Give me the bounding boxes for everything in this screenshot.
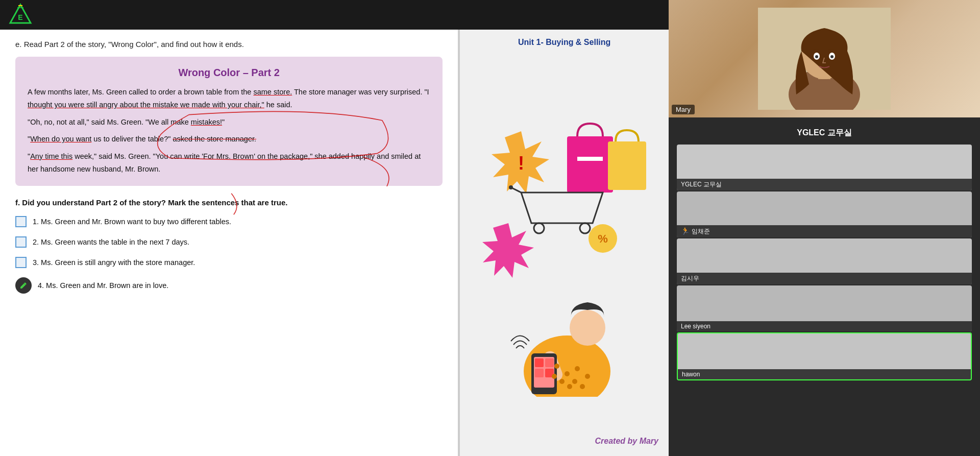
checkbox-item-2: 2. Ms. Green wants the table in the next… <box>15 236 443 248</box>
participant-video-hawon: hawon <box>678 333 971 379</box>
svg-point-33 <box>580 384 585 389</box>
underline-mistakes: mistakes! <box>191 118 222 126</box>
participant-name-lim: 🏃임채준 <box>677 225 972 237</box>
story-paragraph-3: "When do you want us to deliver the tabl… <box>28 133 430 146</box>
story-paragraph-4: "Any time this week," said Ms. Green. "Y… <box>28 150 430 176</box>
svg-point-25 <box>554 364 559 369</box>
checkbox-label-2: 2. Ms. Green wants the table in the next… <box>33 238 189 246</box>
header-bar: E <box>0 0 669 30</box>
svg-point-17 <box>570 310 605 346</box>
story-paragraph-2: "Oh, no, not at all," said Ms. Green. "W… <box>28 116 430 129</box>
svg-point-26 <box>565 371 570 376</box>
main-area: E e. Read Part 2 of the story, "Wrong Co… <box>0 0 669 456</box>
participant-name-kim: 김시우 <box>677 273 972 284</box>
svg-point-32 <box>567 384 572 389</box>
illustration-svg: ! <box>470 101 659 397</box>
checkbox-item-1: 1. Ms. Green and Mr. Brown want to buy t… <box>15 216 443 227</box>
participant-item-hawon: hawon <box>677 332 972 380</box>
svg-point-41 <box>830 55 834 58</box>
svg-point-40 <box>815 55 818 58</box>
underline-same-store: same store. <box>253 88 292 96</box>
svg-point-13 <box>580 223 590 233</box>
svg-point-29 <box>572 379 577 384</box>
pencil-icon[interactable] <box>15 277 32 294</box>
participant-list: YGLEC 교무실 🏃임채준 김시우 Lee si <box>677 145 972 450</box>
underline-thought: thought you were still angry about the m… <box>28 101 264 109</box>
svg-text:!: ! <box>518 153 524 174</box>
svg-marker-10 <box>482 223 534 278</box>
underline-any-time: Any time this <box>30 152 72 160</box>
svg-point-28 <box>559 379 565 384</box>
instruction-f: f. Did you understand Part 2 of the stor… <box>15 198 443 207</box>
mary-silhouette <box>758 8 891 110</box>
underline-when: When do you want <box>30 135 91 143</box>
participant-video-lee: Lee siyeon <box>677 285 972 331</box>
unit-title: Unit 1- Buying & Selling <box>460 30 669 51</box>
mary-name-label: Mary <box>672 105 695 114</box>
checkbox-item-3: 3. Ms. Green is still angry with the sto… <box>15 257 443 268</box>
created-by-text: Created by Mary <box>595 437 659 446</box>
content-area: e. Read Part 2 of the story, "Wrong Colo… <box>0 30 669 456</box>
left-panel: e. Read Part 2 of the story, "Wrong Colo… <box>0 30 458 456</box>
participant-name-hawon: hawon <box>678 369 971 379</box>
logo-area: E <box>8 3 33 27</box>
checkbox-2[interactable] <box>15 236 27 248</box>
mary-video-tile: Mary <box>669 0 980 117</box>
participant-video-yglec: YGLEC 교무실 <box>677 145 972 190</box>
participant-video-kim: 김시우 <box>677 238 972 284</box>
checkbox-list: 1. Ms. Green and Mr. Brown want to buy t… <box>15 216 443 294</box>
checkbox-label-3: 3. Ms. Green is still angry with the sto… <box>33 258 195 267</box>
illustration-area: ! <box>460 51 669 456</box>
checkbox-1[interactable] <box>15 216 27 227</box>
participant-name-lee: Lee siyeon <box>677 321 972 331</box>
checkbox-label-4: 4. Ms. Green and Mr. Brown are in love. <box>38 281 168 290</box>
participant-item-yglec: YGLEC 교무실 <box>677 145 972 190</box>
svg-rect-9 <box>608 141 646 190</box>
svg-rect-22 <box>545 358 554 367</box>
story-title: Wrong Color – Part 2 <box>28 67 430 79</box>
participant-name-yglec: YGLEC 교무실 <box>677 179 972 190</box>
instruction-e: e. Read Part 2 of the story, "Wrong Colo… <box>15 40 443 49</box>
yglec-title: YGLEC 교무실 <box>677 124 972 145</box>
right-panel: Unit 1- Buying & Selling ! <box>460 30 669 456</box>
strikethrough-asked: asked the store manager. <box>173 135 256 143</box>
svg-point-31 <box>552 374 557 379</box>
story-box: Wrong Color – Part 2 A few months later,… <box>15 57 443 186</box>
checkbox-label-1: 1. Ms. Green and Mr. Brown want to buy t… <box>33 218 231 226</box>
mary-video-content <box>669 0 980 117</box>
svg-rect-7 <box>567 136 613 193</box>
svg-text:E: E <box>18 13 22 21</box>
logo-icon: E <box>8 3 33 27</box>
yglec-section: YGLEC 교무실 YGLEC 교무실 🏃임채준 김시우 <box>669 117 980 456</box>
participant-item-lee: Lee siyeon <box>677 285 972 331</box>
story-paragraph-1: A few months later, Ms. Green called to … <box>28 86 430 112</box>
svg-point-12 <box>534 223 544 233</box>
checkbox-3[interactable] <box>15 257 27 268</box>
svg-text:%: % <box>598 232 608 245</box>
svg-point-11 <box>509 185 513 189</box>
story-text: A few months later, Ms. Green called to … <box>28 86 430 176</box>
svg-rect-23 <box>535 369 544 377</box>
right-sidebar: Mary YGLEC 교무실 YGLEC 교무실 🏃임채준 <box>669 0 980 456</box>
svg-point-27 <box>575 366 580 371</box>
runner-icon: 🏃 <box>681 227 690 235</box>
participant-item-lim: 🏃임채준 <box>677 191 972 237</box>
participant-item-kim: 김시우 <box>677 238 972 284</box>
svg-rect-21 <box>535 358 544 367</box>
svg-rect-8 <box>577 157 603 161</box>
svg-point-30 <box>585 374 590 379</box>
participant-video-lim: 🏃임채준 <box>677 191 972 237</box>
checkbox-item-4: 4. Ms. Green and Mr. Brown are in love. <box>15 277 443 294</box>
pencil-svg <box>19 281 28 290</box>
